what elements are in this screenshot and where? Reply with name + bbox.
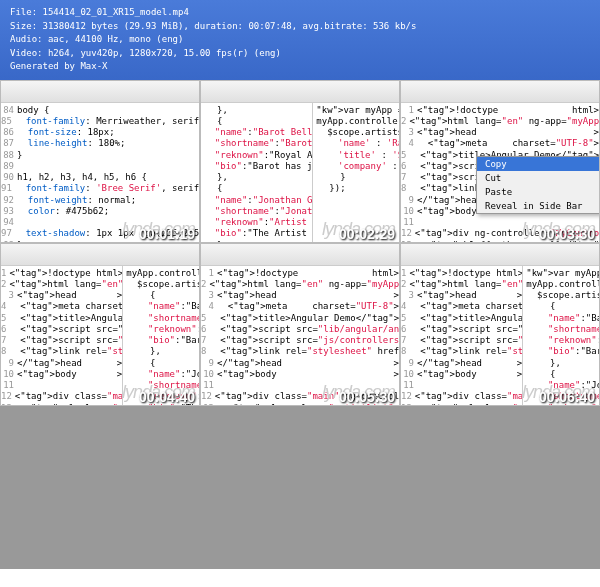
editor-toolbar[interactable] [201, 244, 399, 266]
editor-toolbar[interactable] [201, 81, 399, 103]
thumbnail-grid: 84body {85 font-family: Merriweather, se… [0, 80, 600, 569]
thumb-1: 84body {85 font-family: Merriweather, se… [0, 80, 200, 243]
timestamp: 00:04:40 [139, 389, 195, 405]
thumb-5: 1<"tag">!doctype html>2<"tag">html lang=… [200, 243, 400, 406]
menu-item-copy[interactable]: Copy [477, 157, 600, 171]
timestamp: 00:03:30 [539, 226, 595, 242]
editor-toolbar[interactable] [1, 81, 199, 103]
code-editor-left[interactable]: 1<"tag">!doctype html>2<"tag">html lang=… [1, 266, 122, 405]
timestamp: 00:05:30 [339, 389, 395, 405]
editor-toolbar[interactable] [1, 244, 199, 266]
code-editor-left[interactable]: 1<"tag">!doctype html>2<"tag">html lang=… [401, 266, 522, 405]
thumb-3: 1<"tag">!doctype html>2<"tag">html lang=… [400, 80, 600, 243]
size-line: Size: 31380412 bytes (29.93 MiB), durati… [10, 20, 590, 34]
audio-line: Audio: aac, 44100 Hz, mono (eng) [10, 33, 590, 47]
media-info-header: File: 154414_02_01_XR15_model.mp4 Size: … [0, 0, 600, 80]
context-menu[interactable]: Copy Cut Paste Reveal in Side Bar [476, 156, 600, 214]
timestamp: 00:06:40 [539, 389, 595, 405]
timestamp: 00:01:19 [139, 226, 195, 242]
video-line: Video: h264, yuv420p, 1280x720, 15.00 fp… [10, 47, 590, 61]
menu-item-paste[interactable]: Paste [477, 185, 600, 199]
timestamp: 00:02:29 [339, 226, 395, 242]
thumb-6: 1<"tag">!doctype html>2<"tag">html lang=… [400, 243, 600, 406]
editor-toolbar[interactable] [401, 81, 599, 103]
gen-line: Generated by Max-X [10, 60, 590, 74]
editor-toolbar[interactable] [401, 244, 599, 266]
file-line: File: 154414_02_01_XR15_model.mp4 [10, 6, 590, 20]
menu-item-reveal[interactable]: Reveal in Side Bar [477, 199, 600, 213]
menu-item-cut[interactable]: Cut [477, 171, 600, 185]
thumb-4: 1<"tag">!doctype html>2<"tag">html lang=… [0, 243, 200, 406]
thumb-2: },{ "name":"Barot Bellingham", "shortnam… [200, 80, 400, 243]
code-editor-left[interactable]: },{ "name":"Barot Bellingham", "shortnam… [201, 103, 312, 242]
